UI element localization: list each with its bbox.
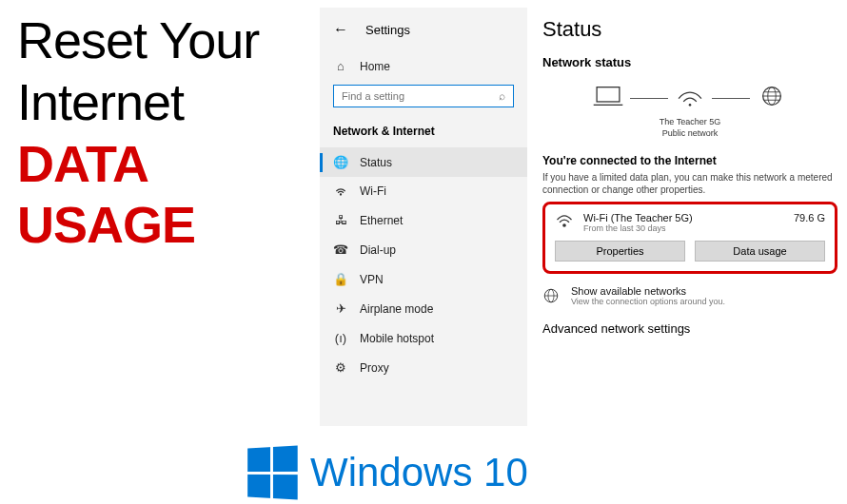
- diagram-line-1: [630, 98, 668, 99]
- status-title: Status: [542, 17, 837, 42]
- nav-wifi[interactable]: Wi-Fi: [320, 177, 527, 205]
- data-usage-button[interactable]: Data usage: [695, 241, 825, 262]
- advanced-settings-title: Advanced network settings: [542, 321, 837, 336]
- title-line-3: DATA: [17, 133, 259, 195]
- nav-status[interactable]: 🌐 Status: [320, 147, 527, 177]
- nav-wifi-label: Wi-Fi: [360, 184, 386, 198]
- settings-sidebar: ← Settings ⌂ Home ⌕ Network & Internet 🌐…: [320, 8, 527, 426]
- connected-desc: If you have a limited data plan, you can…: [542, 171, 837, 196]
- globe-icon: [756, 83, 788, 113]
- diagram-line-2: [712, 98, 750, 99]
- nav-airplane-label: Airplane mode: [360, 302, 433, 316]
- computer-icon: [592, 83, 624, 113]
- title-line-1: Reset Your: [17, 10, 259, 71]
- status-panel: Status Network status The Teacher 5G Pub…: [542, 17, 837, 336]
- connection-amount: 79.6 G: [794, 212, 825, 223]
- back-arrow-icon[interactable]: ←: [333, 21, 348, 38]
- home-icon: ⌂: [333, 59, 348, 73]
- settings-title: Settings: [365, 23, 410, 37]
- proxy-icon: ⚙: [333, 360, 348, 375]
- hotspot-icon: (ı): [333, 331, 348, 345]
- svg-point-2: [689, 104, 692, 107]
- nav-vpn[interactable]: 🔒 VPN: [320, 264, 527, 294]
- diagram-network-name: The Teacher 5G: [542, 117, 837, 128]
- status-icon: 🌐: [333, 155, 348, 169]
- connection-highlight: Wi-Fi (The Teacher 5G) From the last 30 …: [542, 202, 837, 274]
- show-networks-title: Show available networks: [571, 285, 725, 297]
- section-label: Network & Internet: [320, 119, 527, 147]
- status-subtitle: Network status: [542, 55, 837, 69]
- wifi-icon: [333, 184, 348, 198]
- search-icon: ⌕: [499, 89, 505, 103]
- diagram-caption: The Teacher 5G Public network: [542, 117, 837, 139]
- nav-dialup-label: Dial-up: [360, 243, 396, 257]
- nav-status-label: Status: [360, 156, 392, 169]
- connection-period: From the last 30 days: [583, 223, 693, 233]
- promo-title: Reset Your Internet DATA USAGE: [17, 10, 259, 256]
- wifi-signal-icon: [674, 83, 706, 113]
- search-input-wrap[interactable]: ⌕: [333, 85, 514, 107]
- nav-ethernet[interactable]: 🖧 Ethernet: [320, 205, 527, 235]
- airplane-icon: ✈: [333, 301, 348, 316]
- windows-10-logo: Windows 10: [246, 447, 528, 498]
- connected-title: You're connected to the Internet: [542, 154, 837, 167]
- diagram-network-type: Public network: [542, 128, 837, 140]
- globe-small-icon: [542, 285, 561, 308]
- nav-hotspot-label: Mobile hotspot: [360, 332, 434, 345]
- windows-logo-icon: [247, 445, 298, 499]
- windows-10-text: Windows 10: [310, 450, 528, 495]
- show-networks-sub: View the connection options around you.: [571, 297, 725, 306]
- vpn-icon: 🔒: [333, 272, 348, 286]
- wifi-connection-icon: [555, 212, 574, 233]
- svg-rect-1: [597, 87, 620, 102]
- nav-hotspot[interactable]: (ı) Mobile hotspot: [320, 323, 527, 353]
- nav-ethernet-label: Ethernet: [360, 214, 403, 227]
- dialup-icon: ☎: [333, 242, 348, 257]
- svg-point-5: [563, 224, 565, 226]
- svg-point-0: [340, 194, 341, 195]
- network-diagram: [542, 83, 837, 113]
- nav-home-label: Home: [360, 60, 390, 73]
- nav-proxy[interactable]: ⚙ Proxy: [320, 353, 527, 382]
- ethernet-icon: 🖧: [333, 213, 348, 227]
- title-line-2: Internet: [17, 71, 259, 133]
- nav-airplane[interactable]: ✈ Airplane mode: [320, 294, 527, 323]
- nav-dialup[interactable]: ☎ Dial-up: [320, 235, 527, 264]
- nav-home[interactable]: ⌂ Home: [320, 51, 527, 81]
- nav-vpn-label: VPN: [360, 273, 384, 286]
- nav-proxy-label: Proxy: [360, 361, 389, 375]
- show-networks-link[interactable]: Show available networks View the connect…: [542, 285, 837, 308]
- search-input[interactable]: [342, 90, 499, 102]
- properties-button[interactable]: Properties: [555, 241, 685, 262]
- title-line-4: USAGE: [17, 194, 259, 256]
- connection-name: Wi-Fi (The Teacher 5G): [583, 212, 693, 223]
